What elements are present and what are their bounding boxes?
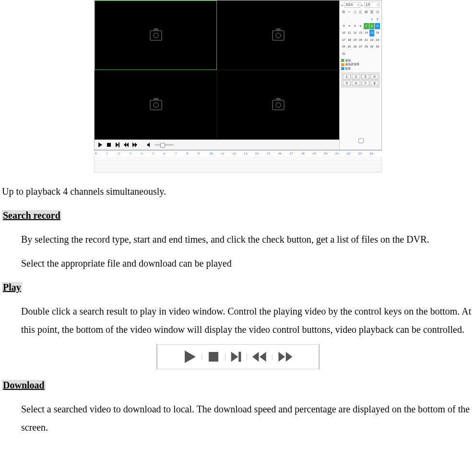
play-icon[interactable] [97,141,104,148]
channel-button[interactable]: 2 [352,74,360,80]
calendar-day-cell[interactable]: 6 [358,23,363,29]
channel-button[interactable]: 6 [352,81,360,86]
timeline-hour-label: 22 [347,151,358,157]
calendar-day-cell[interactable]: 13 [358,30,363,36]
calendar-day-cell[interactable]: 9 [375,23,380,29]
calendar-day-cell[interactable]: 19 [352,37,357,43]
stop-icon[interactable] [106,141,112,148]
step-icon[interactable] [114,141,121,148]
svg-marker-5 [126,142,129,147]
timeline-hour-label: 24 [369,151,381,157]
channel-button[interactable]: 7 [361,81,369,86]
svg-marker-7 [135,142,137,147]
calendar-header-cell: 二 [352,9,357,15]
calendar-day-cell[interactable]: 31 [341,51,346,57]
calendar-day-cell[interactable]: 22 [369,37,375,43]
calendar-day-cell[interactable]: 21 [364,37,369,43]
timeline-hour-label: 23 [358,151,369,157]
channel-button[interactable]: 8 [370,81,379,86]
calendar-day-cell[interactable]: 15 [369,30,375,36]
calendar-day-cell[interactable]: 28 [364,44,369,50]
timeline-hour-label: 1 [107,151,118,157]
calendar-day-cell [358,16,363,23]
calendar-day-cell[interactable]: 3 [341,23,346,29]
timeline-hour-label: 14 [255,151,267,157]
video-cell-3[interactable] [95,70,217,140]
timeline-hour-label: 8 [187,151,198,157]
timeline-hour-label: 20 [324,151,335,157]
calendar-day-cell[interactable]: 24 [341,44,346,50]
calendar-day-cell[interactable]: 2 [375,16,380,23]
side-checkbox[interactable] [358,138,363,143]
fastforward-icon[interactable] [131,141,138,148]
video-cell-4[interactable] [217,70,339,140]
channel-button[interactable]: 1 [343,74,351,80]
volume-icon[interactable] [146,141,153,148]
calendar-day-cell[interactable]: 5 [352,23,357,29]
calendar-day-cell [341,16,346,23]
timeline-hour-label: 13 [244,151,255,157]
search-paragraph-1: By selecting the record type, start and … [2,230,474,248]
calendar-day-cell[interactable]: 16 [375,30,380,36]
calendar-day-cell[interactable]: 7 [364,23,369,29]
calendar-day-cell[interactable]: 12 [352,30,357,36]
legend: 遠隔 遠隔及報警 報警 [341,59,380,70]
svg-marker-16 [286,352,292,362]
volume-slider[interactable] [155,144,174,146]
channel-button[interactable]: 4 [370,74,379,80]
timeline-ruler[interactable]: 0123456789101112131415161718192021222324 [94,150,382,157]
section-title-search: Search record [2,210,61,221]
month-select[interactable]: 1月 [364,2,381,8]
calendar-day-cell[interactable]: 27 [358,44,363,50]
timeline-hour-label: 4 [141,151,152,157]
legend-row3: 報警 [345,67,351,70]
channel-button[interactable]: 3 [361,74,369,80]
timeline-hour-label: 17 [289,151,301,157]
timeline-hour-label: 11 [221,151,232,157]
calendar-day-cell[interactable]: 4 [347,23,352,29]
timeline-hour-label: 18 [301,151,312,157]
section-title-play: Play [2,282,22,293]
rewind-icon[interactable] [123,141,130,148]
calendar-day-cell [347,16,352,23]
year-select[interactable]: 2016 [344,2,360,8]
calendar[interactable]: 日一二三四五六123456789101112131415161718192021… [341,9,380,57]
calendar-day-cell[interactable]: 1 [369,16,375,23]
calendar-header-cell: 一 [347,9,352,15]
video-cell-1[interactable] [95,0,217,70]
timeline-hour-label: 16 [278,151,290,157]
calendar-header-cell: 五 [369,9,375,15]
stop-icon [206,350,221,364]
timeline-hour-label: 10 [209,151,221,157]
legend-row2: 遠隔及報警 [345,62,359,66]
svg-marker-2 [116,142,119,147]
calendar-day-cell[interactable]: 10 [341,30,346,36]
calendar-day-cell[interactable]: 11 [347,30,352,36]
timeline-hour-label: 5 [152,151,164,157]
calendar-day-cell[interactable]: 23 [375,37,380,43]
calendar-day-cell[interactable]: 17 [341,37,346,43]
controls-figure: | | | | [156,344,320,369]
calendar-day-cell[interactable]: 25 [347,44,352,50]
search-paragraph-2: Select the appropriate file and download… [2,254,474,272]
fastforward-icon [277,351,293,363]
calendar-day-cell[interactable]: 8 [369,23,375,29]
svg-marker-6 [132,142,135,147]
channel-grid: 12345678 [341,72,380,88]
calendar-day-cell[interactable]: 30 [375,44,380,50]
calendar-day-cell[interactable]: 26 [352,44,357,50]
calendar-day-cell[interactable]: 18 [347,37,352,43]
divider-icon: | [245,351,249,363]
calendar-day-cell[interactable]: 14 [364,30,369,36]
year-value: 2016 [345,2,353,7]
frame-step-icon [230,351,242,363]
divider-icon: | [271,351,274,363]
side-checkbox-row [341,133,380,148]
calendar-day-cell[interactable]: 29 [369,44,375,50]
calendar-day-cell[interactable]: 20 [358,37,363,43]
svg-marker-0 [98,142,102,147]
video-cell-2[interactable] [217,0,339,70]
channel-button[interactable]: 5 [343,81,351,86]
timeline-tracks[interactable] [94,157,382,173]
calendar-day-cell [352,16,357,23]
